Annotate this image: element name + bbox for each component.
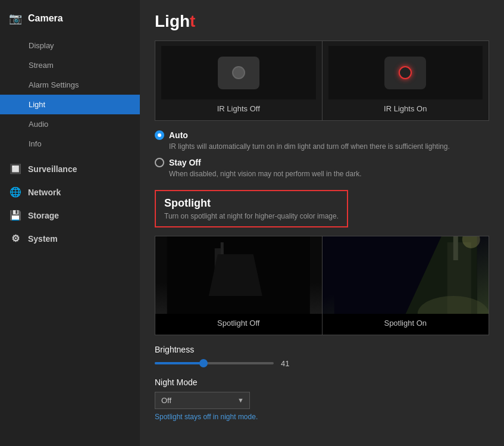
camera-nav-group: Display Stream Alarm Settings Light Audi…	[0, 36, 140, 154]
display-label: Display	[29, 41, 54, 50]
spotlight-on-scene	[323, 236, 489, 314]
night-mode-section: Night Mode Off On Auto ▼ Spotlight stays…	[155, 378, 489, 421]
ir-on-block: IR Lights On	[322, 41, 489, 120]
radio-stay-off-desc: When disabled, night vision may not perf…	[155, 169, 489, 179]
sidebar-item-display[interactable]: Display	[0, 36, 140, 55]
sidebar-item-alarm-settings[interactable]: Alarm Settings	[0, 75, 140, 95]
storage-label: Storage	[28, 211, 59, 220]
spotlight-title: Spotlight	[164, 197, 339, 210]
ir-off-label: IR Lights Off	[161, 104, 316, 113]
page-title: Light	[155, 12, 489, 31]
radio-stay-off-label: Stay Off	[169, 158, 201, 167]
sidebar-group-surveillance[interactable]: 🔲 Surveillance	[0, 157, 140, 180]
radio-auto: Auto IR lights will automatically turn o…	[155, 130, 489, 152]
network-icon: 🌐	[9, 186, 22, 198]
sidebar-item-info[interactable]: Info	[0, 134, 140, 154]
light-label: Light	[29, 100, 45, 109]
ir-on-camera	[384, 57, 426, 89]
spotlight-on-label: Spotlight On	[323, 319, 489, 328]
storage-icon: 💾	[9, 210, 22, 221]
spotlight-on-block: Spotlight On	[322, 236, 489, 335]
brightness-slider-thumb[interactable]	[199, 359, 208, 367]
audio-label: Audio	[29, 120, 48, 129]
ir-off-lens	[232, 66, 245, 79]
radio-stay-off-row[interactable]: Stay Off	[155, 158, 489, 167]
brightness-section: Brightness 41	[155, 345, 489, 368]
spotlight-section-box: Spotlight Turn on spotlight at night for…	[155, 190, 348, 227]
radio-stay-off: Stay Off When disabled, night vision may…	[155, 158, 489, 179]
surveillance-icon: 🔲	[9, 163, 22, 174]
surveillance-label: Surveillance	[28, 164, 77, 174]
ir-on-canvas	[328, 46, 483, 99]
sidebar-item-stream[interactable]: Stream	[0, 55, 140, 75]
sidebar-item-audio[interactable]: Audio	[0, 114, 140, 134]
brightness-label: Brightness	[155, 345, 489, 354]
stream-label: Stream	[29, 61, 54, 70]
ir-images-container: IR Lights Off IR Lights On	[155, 40, 489, 121]
svg-rect-2	[221, 242, 224, 254]
title-light: Ligh	[155, 12, 190, 30]
sidebar-header: 📷 Camera	[0, 6, 140, 36]
brightness-value: 41	[281, 359, 296, 368]
network-label: Network	[28, 188, 61, 197]
night-mode-select[interactable]: Off On Auto	[155, 392, 250, 409]
ir-on-label: IR Lights On	[328, 104, 483, 113]
spotlight-on-img	[323, 236, 489, 314]
ir-on-lens	[399, 66, 412, 79]
radio-auto-circle[interactable]	[155, 130, 164, 140]
night-mode-note: Spotlight stays off in night mode.	[155, 413, 489, 421]
svg-marker-3	[209, 254, 262, 296]
sidebar-title: Camera	[28, 13, 63, 24]
sidebar-group-system[interactable]: ⚙ System	[0, 227, 140, 250]
radio-auto-row[interactable]: Auto	[155, 130, 489, 140]
spotlight-off-block: Spotlight Off	[155, 236, 322, 335]
sidebar-item-light[interactable]: Light	[0, 95, 140, 114]
radio-auto-label: Auto	[169, 130, 188, 140]
night-mode-note-in: in	[213, 413, 218, 421]
alarm-settings-label: Alarm Settings	[29, 80, 79, 89]
ir-off-camera	[218, 57, 259, 89]
info-label: Info	[29, 139, 42, 148]
main-content: Light IR Lights Off IR Lights On	[140, 0, 504, 446]
night-mode-label: Night Mode	[155, 378, 489, 387]
sidebar: 📷 Camera Display Stream Alarm Settings L…	[0, 0, 140, 446]
system-icon: ⚙	[9, 233, 22, 244]
sidebar-group-network[interactable]: 🌐 Network	[0, 180, 140, 204]
spotlight-off-label: Spotlight Off	[155, 319, 322, 328]
ir-off-block: IR Lights Off	[155, 41, 322, 120]
spotlight-images-container: Spotlight Off Spotlight On	[155, 236, 489, 335]
brightness-slider-track[interactable]	[155, 362, 274, 364]
svg-rect-7	[453, 236, 458, 260]
ir-off-canvas	[161, 46, 316, 99]
sidebar-group-storage[interactable]: 💾 Storage	[0, 204, 140, 227]
ir-radio-group: Auto IR lights will automatically turn o…	[155, 130, 489, 179]
spotlight-off-scene	[155, 236, 322, 314]
system-label: System	[28, 234, 58, 244]
radio-auto-desc: IR lights will automatically turn on in …	[155, 142, 489, 152]
night-mode-select-wrapper: Off On Auto ▼	[155, 392, 250, 409]
slider-row: 41	[155, 359, 489, 368]
brightness-slider-fill	[155, 362, 204, 364]
title-red: t	[190, 12, 195, 30]
radio-stay-off-circle[interactable]	[155, 158, 164, 167]
spotlight-off-img	[155, 236, 322, 314]
spotlight-desc: Turn on spotlight at night for higher-qu…	[164, 212, 339, 220]
camera-icon: 📷	[9, 12, 22, 25]
